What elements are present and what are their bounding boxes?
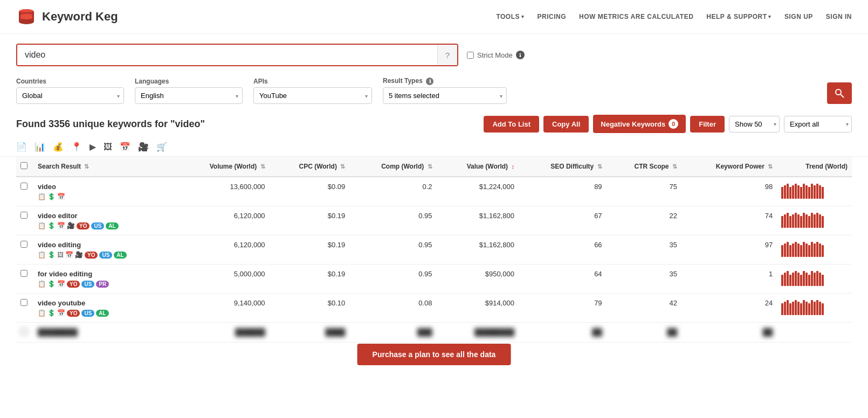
toolbar-play-icon[interactable]: ▶ bbox=[89, 142, 96, 152]
table-body: video📋💲📅13,600,000$0.090.2$1,224,0008975… bbox=[16, 177, 852, 343]
keyword-text: video bbox=[38, 183, 171, 191]
tag-dollar-icon[interactable]: 💲 bbox=[47, 251, 56, 259]
toolbar-pin-icon[interactable]: 📍 bbox=[71, 142, 82, 152]
table-row: video youtube📋💲📅YOUSAL9,140,000$0.100.08… bbox=[16, 294, 852, 323]
tag-dollar-icon[interactable]: 💲 bbox=[47, 309, 56, 317]
tag-copy-icon[interactable]: 📋 bbox=[38, 222, 46, 229]
badge-us: US bbox=[91, 222, 104, 229]
nav-pricing[interactable]: PRICING bbox=[538, 13, 567, 20]
col-volume: Volume (World) ⇅ bbox=[176, 157, 270, 177]
tag-calendar-icon[interactable]: 📅 bbox=[65, 251, 73, 259]
sort-cpc-icon[interactable]: ⇅ bbox=[340, 163, 345, 170]
languages-select[interactable]: English Spanish French German bbox=[135, 87, 243, 104]
tag-image-icon[interactable]: 🖼 bbox=[57, 251, 64, 259]
filter-countries: Countries Global United States United Ki… bbox=[16, 78, 124, 104]
search-row: ? Strict Mode ℹ bbox=[16, 44, 852, 66]
sort-search-icon[interactable]: ⇅ bbox=[84, 163, 89, 170]
sort-power-icon[interactable]: ⇅ bbox=[768, 163, 773, 170]
nav-tools[interactable]: TOOLS ▾ bbox=[496, 13, 524, 20]
col-search-result: Search Result ⇅ bbox=[33, 157, 176, 177]
badge-us: US bbox=[99, 252, 112, 259]
apis-select[interactable]: YouTube Google Bing Amazon bbox=[253, 87, 372, 104]
toolbar-cart-icon[interactable]: 🛒 bbox=[156, 142, 167, 152]
nav-help[interactable]: HELP & SUPPORT ▾ bbox=[706, 13, 771, 20]
tag-copy-icon[interactable]: 📋 bbox=[38, 251, 46, 259]
copy-all-button[interactable]: Copy All bbox=[543, 116, 589, 133]
negative-keywords-button[interactable]: Negative Keywords 0 bbox=[593, 115, 686, 133]
trend-cell bbox=[777, 264, 852, 294]
cell-value: 0.95 bbox=[349, 264, 436, 294]
sort-volume-icon[interactable]: ⇅ bbox=[260, 163, 265, 170]
search-input[interactable] bbox=[17, 45, 437, 65]
svg-line-9 bbox=[841, 94, 844, 97]
show-select[interactable]: Show 50 Show 100 Show 200 bbox=[729, 116, 780, 133]
apis-label: APIs bbox=[253, 78, 372, 85]
toolbar-image-icon[interactable]: 🖼 bbox=[104, 142, 112, 152]
row-checkbox[interactable] bbox=[20, 183, 27, 190]
sort-seo-icon[interactable]: ⇅ bbox=[597, 163, 602, 170]
keyword-text: video editing bbox=[38, 241, 171, 249]
nav-signin[interactable]: SIGN IN bbox=[826, 13, 852, 20]
tag-video-icon[interactable]: 🎥 bbox=[67, 222, 75, 229]
tag-dollar-icon[interactable]: 💲 bbox=[47, 222, 56, 229]
toolbar-calendar-icon[interactable]: 📅 bbox=[120, 142, 130, 152]
badge-al: AL bbox=[114, 252, 126, 259]
cell-value: $950,000 bbox=[437, 264, 519, 294]
sort-comp-icon[interactable]: ⇅ bbox=[428, 163, 432, 170]
purchase-plan-button[interactable]: Purchase a plan to see all the data bbox=[357, 344, 511, 365]
row-checkbox[interactable] bbox=[20, 212, 27, 219]
cell-value: 75 bbox=[607, 177, 681, 206]
show-select-wrapper: Show 50 Show 100 Show 200 ▾ bbox=[729, 116, 780, 133]
tag-dollar-icon[interactable]: 💲 bbox=[47, 193, 56, 200]
tag-copy-icon[interactable]: 📋 bbox=[38, 280, 46, 288]
results-actions: Add To List Copy All Negative Keywords 0… bbox=[484, 115, 852, 133]
sort-ctr-icon[interactable]: ⇅ bbox=[672, 163, 677, 170]
nav-how-metrics[interactable]: HOW METRICS ARE CALCULATED bbox=[579, 13, 693, 20]
cell-value: $914,000 bbox=[437, 294, 519, 323]
result-types-info-icon[interactable]: ℹ bbox=[426, 78, 433, 85]
export-select-wrapper: Export all Export selected ▾ bbox=[784, 116, 852, 133]
result-types-select[interactable]: 5 items selected All Questions bbox=[383, 87, 507, 104]
tag-calendar-icon[interactable]: 📅 bbox=[57, 280, 65, 288]
strict-mode-info-icon[interactable]: ℹ bbox=[516, 51, 525, 59]
toolbar-video-icon[interactable]: 🎥 bbox=[138, 142, 149, 152]
tag-video-icon[interactable]: 🎥 bbox=[75, 251, 83, 259]
table-row: for video editing📋💲📅YOUSPR5,000,000$0.19… bbox=[16, 264, 852, 294]
strict-mode-checkbox[interactable] bbox=[467, 52, 474, 59]
sort-value-icon[interactable]: ↕ bbox=[511, 163, 514, 170]
row-checkbox[interactable] bbox=[20, 299, 27, 306]
select-all-checkbox[interactable] bbox=[20, 162, 27, 169]
toolbar-money-icon[interactable]: 💰 bbox=[53, 142, 64, 152]
add-to-list-button[interactable]: Add To List bbox=[484, 116, 539, 133]
filter-button[interactable]: Filter bbox=[690, 116, 725, 133]
tag-calendar-icon[interactable]: 📅 bbox=[57, 222, 65, 229]
nav-signup[interactable]: SIGN UP bbox=[784, 13, 813, 20]
tag-copy-icon[interactable]: 📋 bbox=[38, 309, 46, 317]
countries-select[interactable]: Global United States United Kingdom Cana… bbox=[16, 87, 124, 104]
tag-copy-icon[interactable]: 📋 bbox=[38, 193, 46, 200]
result-types-select-wrapper: 5 items selected All Questions ▾ bbox=[383, 87, 507, 104]
search-submit-button[interactable] bbox=[827, 82, 852, 104]
row-checkbox[interactable] bbox=[20, 270, 27, 277]
cell-value: 64 bbox=[519, 264, 607, 294]
toolbar-chart-icon[interactable]: 📊 bbox=[35, 142, 45, 152]
brand-logo[interactable]: Keyword Keg bbox=[16, 6, 118, 27]
search-help-button[interactable]: ? bbox=[437, 45, 457, 65]
col-ctr: CTR Scope ⇅ bbox=[607, 157, 681, 177]
tag-calendar-icon[interactable]: 📅 bbox=[57, 309, 65, 317]
results-header: Found 3356 unique keywords for "video" A… bbox=[0, 109, 868, 138]
tag-calendar-icon[interactable]: 📅 bbox=[57, 193, 65, 200]
cell-value: 0.08 bbox=[349, 294, 436, 323]
col-power: Keyword Power ⇅ bbox=[681, 157, 777, 177]
languages-label: Languages bbox=[135, 78, 243, 85]
cell-value: 35 bbox=[607, 264, 681, 294]
cell-value: $0.19 bbox=[270, 264, 350, 294]
filter-languages: Languages English Spanish French German … bbox=[135, 78, 243, 104]
strict-mode-label[interactable]: Strict Mode bbox=[477, 51, 513, 59]
row-checkbox[interactable] bbox=[20, 241, 27, 248]
export-select[interactable]: Export all Export selected bbox=[784, 116, 852, 133]
toolbar-document-icon[interactable]: 📄 bbox=[16, 142, 27, 152]
tag-dollar-icon[interactable]: 💲 bbox=[47, 280, 56, 288]
badge-al: AL bbox=[106, 222, 118, 229]
languages-select-wrapper: English Spanish French German ▾ bbox=[135, 87, 243, 104]
